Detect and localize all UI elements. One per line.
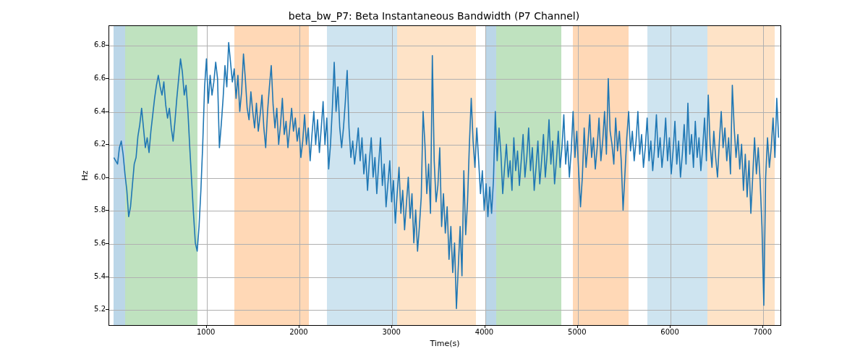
- y-tick-label: 6.2: [85, 140, 106, 148]
- y-tick-mark: [106, 210, 109, 211]
- y-tick-label: 5.8: [85, 206, 106, 214]
- figure: beta_bw_P7: Beta Instantaneous Bandwidth…: [0, 0, 868, 362]
- plot-area: [109, 25, 781, 326]
- line-series: [109, 26, 780, 325]
- x-tick-label: 7000: [741, 328, 784, 336]
- y-tick-mark: [106, 144, 109, 145]
- chart-title: beta_bw_P7: Beta Instantaneous Bandwidth…: [0, 10, 868, 22]
- y-tick-label: 5.6: [85, 239, 106, 247]
- x-tick-label: 2000: [277, 328, 320, 336]
- y-tick-mark: [106, 78, 109, 79]
- y-tick-label: 6.0: [85, 173, 106, 181]
- series-line: [114, 43, 778, 309]
- x-axis-label: Time(s): [109, 339, 781, 348]
- y-tick-label: 6.6: [85, 74, 106, 82]
- y-tick-label: 6.8: [85, 41, 106, 49]
- y-tick-mark: [106, 243, 109, 244]
- y-tick-mark: [106, 309, 109, 310]
- x-tick-label: 3000: [370, 328, 413, 336]
- x-tick-label: 1000: [184, 328, 228, 336]
- y-tick-label: 5.4: [85, 272, 106, 280]
- y-tick-mark: [106, 45, 109, 46]
- y-tick-mark: [106, 111, 109, 112]
- y-tick-mark: [106, 177, 109, 178]
- y-tick-label: 5.2: [85, 305, 106, 313]
- y-tick-mark: [106, 277, 109, 277]
- y-tick-label: 6.4: [85, 107, 106, 115]
- x-tick-label: 5000: [556, 328, 599, 336]
- x-tick-label: 4000: [463, 328, 506, 336]
- x-tick-label: 6000: [648, 328, 692, 336]
